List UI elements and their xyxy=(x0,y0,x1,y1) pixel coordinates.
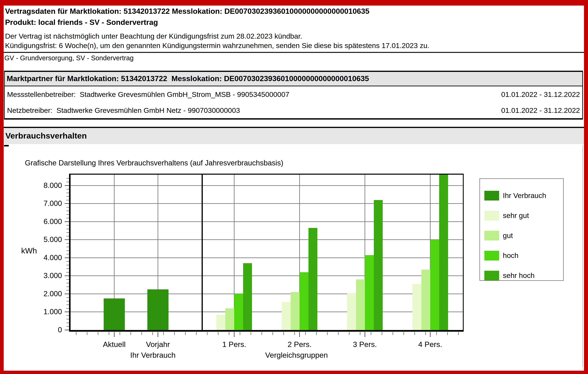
y-major-tick-3000 xyxy=(65,275,69,276)
x-category-label-1-pers: 1 Pers. xyxy=(204,340,264,349)
legend-item-ihr-verbrauch: Ihr Verbrauch xyxy=(484,186,563,206)
x-minor-tick xyxy=(349,332,349,335)
y-tick-label-3000: 3.000 xyxy=(25,271,62,280)
legend-swatch-sehr-hoch xyxy=(484,271,499,280)
legend-swatch-ihr-verbrauch xyxy=(484,191,499,200)
y-minor-tick xyxy=(66,225,69,226)
bar-1-pers-hoch xyxy=(234,294,243,330)
chart-legend: Ihr Verbrauchsehr gutguthochsehr hoch xyxy=(480,178,564,281)
y-minor-tick xyxy=(66,268,69,269)
content-right-edge-line xyxy=(582,145,583,367)
y-major-tick-0 xyxy=(65,330,69,330)
plot-border-top xyxy=(69,174,464,175)
x-minor-tick xyxy=(425,332,426,335)
y-tick-label-7000: 7.000 xyxy=(25,199,62,208)
legend-swatch-hoch xyxy=(484,251,499,260)
bar-1-pers-sehr-hoch xyxy=(243,263,252,330)
bar-4-pers-hoch xyxy=(430,240,439,330)
y-tick-label-0: 0 xyxy=(25,326,62,334)
x-minor-tick xyxy=(316,332,317,335)
y-minor-tick xyxy=(66,279,69,280)
y-minor-tick xyxy=(66,218,69,218)
x-minor-tick xyxy=(382,332,382,335)
x-minor-tick xyxy=(131,332,131,335)
x-minor-tick xyxy=(163,332,164,335)
y-major-tick-6000 xyxy=(65,221,69,222)
y-minor-tick xyxy=(66,236,69,237)
plot-border-right xyxy=(463,174,464,332)
y-minor-tick xyxy=(66,272,69,272)
gridline-h-5000 xyxy=(71,239,463,240)
bar-4-pers-sehr-gut xyxy=(412,284,421,330)
y-minor-tick xyxy=(66,326,69,327)
y-minor-tick xyxy=(66,297,69,298)
x-axis-line xyxy=(69,330,464,332)
y-major-tick-7000 xyxy=(65,203,69,204)
legend-item-hoch: hoch xyxy=(484,246,563,266)
y-minor-tick xyxy=(66,207,69,208)
x-minor-tick xyxy=(414,332,415,335)
bar-3-pers-sehr-hoch xyxy=(374,200,383,330)
x-minor-tick xyxy=(447,332,448,335)
y-minor-tick xyxy=(66,178,69,179)
gridline-h-2000 xyxy=(71,293,463,294)
legend-item-gut: gut xyxy=(484,226,563,246)
x-major-tick-vorjahr xyxy=(158,332,158,337)
y-minor-tick xyxy=(66,301,69,301)
x-group-caption-vergleichsgruppen: Vergleichsgruppen xyxy=(246,351,347,360)
page-content: Vertragsdaten für Marktlokation: 5134201… xyxy=(4,6,584,371)
x-major-tick-1-pers xyxy=(234,332,234,337)
x-minor-tick xyxy=(98,332,98,335)
bar-vorjahr-ihr-verbrauch xyxy=(147,289,168,330)
x-minor-tick xyxy=(174,332,175,335)
plot-area xyxy=(71,175,463,330)
x-major-tick-2-pers xyxy=(299,332,300,337)
y-minor-tick xyxy=(66,243,69,244)
gridline-h-1000 xyxy=(71,312,463,312)
legend-label-hoch: hoch xyxy=(503,251,518,260)
x-minor-tick xyxy=(152,332,153,335)
x-minor-tick xyxy=(218,332,218,335)
x-minor-tick xyxy=(393,332,393,335)
y-minor-tick xyxy=(66,232,69,233)
y-minor-tick xyxy=(66,196,69,197)
x-minor-tick xyxy=(120,332,120,335)
legend-label-sehr-hoch: sehr hoch xyxy=(503,271,535,280)
bar-4-pers-sehr-hoch xyxy=(439,175,448,330)
y-minor-tick xyxy=(66,250,69,251)
x-minor-tick xyxy=(458,332,459,335)
gridline-h-4000 xyxy=(71,258,463,258)
y-minor-tick xyxy=(66,315,69,316)
y-minor-tick xyxy=(66,322,69,323)
x-minor-tick xyxy=(251,332,251,335)
x-minor-tick xyxy=(338,332,338,335)
x-minor-tick xyxy=(185,332,186,335)
y-minor-tick xyxy=(66,265,69,265)
x-minor-tick xyxy=(305,332,306,335)
bar-1-pers-sehr-gut xyxy=(216,315,225,330)
bar-2-pers-sehr-gut xyxy=(282,302,291,330)
y-minor-tick xyxy=(66,287,69,287)
x-category-label-3-pers: 3 Pers. xyxy=(335,340,395,349)
plot-border-left xyxy=(69,174,71,332)
x-minor-tick xyxy=(196,332,197,335)
x-minor-tick xyxy=(371,332,371,335)
y-minor-tick xyxy=(66,283,69,283)
y-tick-label-8000: 8.000 xyxy=(25,181,62,190)
y-tick-label-2000: 2.000 xyxy=(25,290,62,298)
x-minor-tick xyxy=(284,332,284,335)
gridline-h-3000 xyxy=(71,275,463,276)
x-minor-tick xyxy=(327,332,328,335)
x-minor-tick xyxy=(109,332,109,335)
y-minor-tick xyxy=(66,182,69,182)
x-minor-tick xyxy=(141,332,142,335)
bar-4-pers-gut xyxy=(421,270,430,330)
bar-3-pers-gut xyxy=(356,280,365,330)
y-minor-tick xyxy=(66,290,69,291)
bar-1-pers-gut xyxy=(225,308,234,330)
y-minor-tick xyxy=(66,319,69,319)
x-minor-tick xyxy=(262,332,262,335)
y-major-tick-4000 xyxy=(65,258,69,258)
x-minor-tick xyxy=(87,332,87,335)
x-major-tick-4-pers xyxy=(430,332,430,337)
